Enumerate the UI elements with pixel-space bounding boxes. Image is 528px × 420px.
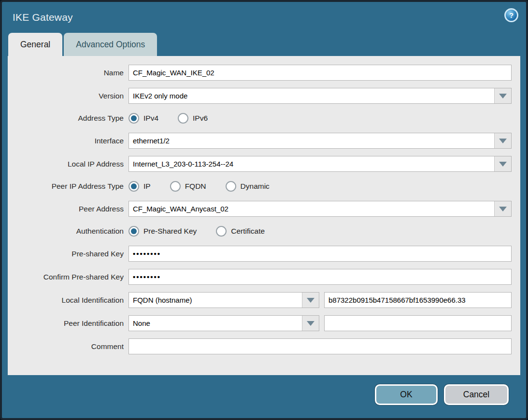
tab-general-label: General — [20, 40, 50, 50]
peer-identification-row: Peer Identification — [8, 315, 520, 331]
radio-dynamic-label: Dynamic — [241, 182, 270, 191]
peer-identification-type-input[interactable] — [129, 316, 302, 331]
local-identification-label: Local Identification — [8, 296, 128, 305]
address-type-row: Address Type IPv4 IPv6 — [8, 111, 520, 126]
cancel-button[interactable]: Cancel — [444, 384, 509, 405]
radio-pre-shared-key-label: Pre-Shared Key — [143, 227, 197, 236]
radio-dynamic[interactable]: Dynamic — [226, 181, 270, 192]
version-input[interactable] — [129, 88, 494, 103]
help-glyph: ? — [509, 11, 514, 19]
help-icon[interactable]: ? — [504, 8, 518, 22]
local-ip-row: Local IP Address — [8, 156, 520, 172]
local-ip-input[interactable] — [129, 156, 494, 171]
comment-label: Comment — [8, 342, 128, 351]
radio-unselected-icon — [170, 181, 181, 192]
tab-general[interactable]: General — [8, 33, 62, 56]
radio-selected-icon — [128, 113, 139, 124]
local-identification-value-input[interactable] — [324, 292, 512, 308]
version-row: Version — [8, 88, 520, 104]
local-identification-type-input[interactable] — [129, 293, 302, 308]
confirm-preshared-key-row: Confirm Pre-shared Key — [8, 269, 520, 285]
peer-address-combo — [128, 201, 512, 217]
tab-advanced-options[interactable]: Advanced Options — [64, 33, 157, 56]
interface-dropdown-button[interactable] — [494, 133, 511, 148]
name-input[interactable] — [128, 65, 512, 81]
radio-ip[interactable]: IP — [128, 181, 151, 192]
name-label: Name — [8, 69, 128, 77]
tab-bar: General Advanced Options — [2, 33, 526, 56]
peer-identification-type-combo — [128, 315, 319, 331]
chevron-down-icon — [499, 207, 507, 211]
name-row: Name — [8, 65, 520, 81]
radio-certificate[interactable]: Certificate — [216, 226, 265, 237]
preshared-key-row: Pre-shared Key — [8, 246, 520, 262]
peer-address-row: Peer Address — [8, 201, 520, 217]
radio-selected-icon — [128, 181, 139, 192]
radio-unselected-icon — [226, 181, 236, 192]
local-ip-dropdown-button[interactable] — [494, 156, 511, 171]
radio-ipv6-label: IPv6 — [193, 114, 208, 123]
interface-combo — [128, 133, 512, 149]
dialog-titlebar: IKE Gateway ? — [2, 2, 526, 33]
authentication-row: Authentication Pre-Shared Key Certificat… — [8, 224, 520, 238]
peer-address-label: Peer Address — [8, 205, 128, 213]
peer-identification-dropdown-button[interactable] — [302, 316, 319, 331]
comment-input[interactable] — [128, 338, 512, 354]
ike-gateway-dialog: IKE Gateway ? General Advanced Options N… — [0, 0, 528, 420]
peer-identification-value-input[interactable] — [324, 315, 512, 331]
ok-button[interactable]: OK — [375, 384, 438, 405]
authentication-label: Authentication — [8, 227, 128, 236]
radio-ipv6[interactable]: IPv6 — [178, 113, 208, 124]
radio-certificate-label: Certificate — [231, 227, 265, 236]
radio-unselected-icon — [216, 226, 227, 237]
local-identification-type-combo — [128, 292, 319, 308]
radio-pre-shared-key[interactable]: Pre-Shared Key — [128, 226, 197, 237]
radio-selected-icon — [128, 226, 139, 237]
radio-ipv4[interactable]: IPv4 — [128, 113, 158, 124]
peer-identification-label: Peer Identification — [8, 319, 128, 328]
peer-address-input[interactable] — [129, 201, 494, 216]
local-identification-dropdown-button[interactable] — [302, 293, 319, 308]
tab-advanced-options-label: Advanced Options — [76, 40, 145, 50]
confirm-preshared-key-label: Confirm Pre-shared Key — [8, 273, 128, 281]
chevron-down-icon — [499, 162, 507, 167]
version-dropdown-button[interactable] — [494, 88, 511, 103]
chevron-down-icon — [499, 139, 507, 143]
peer-ip-type-row: Peer IP Address Type IP FQDN Dynamic — [8, 179, 520, 194]
preshared-key-input[interactable] — [128, 246, 512, 262]
local-identification-row: Local Identification — [8, 292, 520, 308]
chevron-down-icon — [499, 94, 507, 98]
comment-row: Comment — [8, 338, 520, 354]
chevron-down-icon — [307, 298, 314, 303]
radio-fqdn[interactable]: FQDN — [170, 181, 206, 192]
interface-row: Interface — [8, 133, 520, 149]
dialog-footer: OK Cancel — [2, 375, 526, 418]
peer-address-dropdown-button[interactable] — [494, 201, 511, 216]
local-ip-combo — [128, 156, 512, 172]
interface-input[interactable] — [129, 133, 494, 148]
version-label: Version — [8, 92, 128, 100]
confirm-preshared-key-input[interactable] — [128, 269, 512, 285]
general-tab-panel: Name Version Address Type — [8, 56, 520, 375]
preshared-key-label: Pre-shared Key — [8, 250, 128, 258]
interface-label: Interface — [8, 137, 128, 145]
version-combo — [128, 88, 512, 104]
radio-fqdn-label: FQDN — [185, 182, 206, 191]
dialog-title: IKE Gateway — [13, 12, 73, 23]
radio-ipv4-label: IPv4 — [143, 114, 158, 123]
address-type-label: Address Type — [8, 114, 128, 123]
radio-ip-label: IP — [143, 182, 151, 191]
chevron-down-icon — [307, 321, 314, 326]
local-ip-label: Local IP Address — [8, 160, 128, 168]
radio-unselected-icon — [178, 113, 188, 124]
peer-ip-type-label: Peer IP Address Type — [8, 182, 128, 191]
